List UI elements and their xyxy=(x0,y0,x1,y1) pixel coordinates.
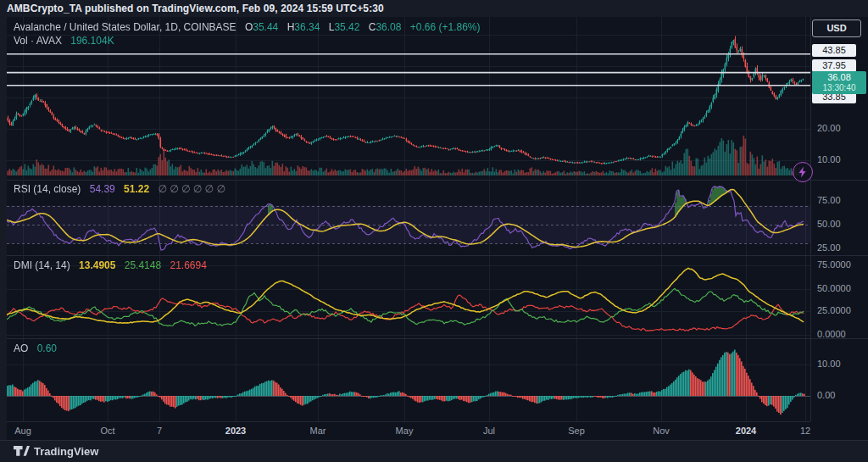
time-tick-label: Aug xyxy=(14,426,31,436)
time-tick-label: 7 xyxy=(157,426,162,436)
ao-value: 0.60 xyxy=(37,342,57,354)
high-label: H xyxy=(287,21,295,33)
currency-usd-button[interactable]: USD xyxy=(812,19,861,37)
volume-label: Vol · AVAX xyxy=(14,35,62,47)
rsi-title: RSI (14, close) xyxy=(14,183,81,195)
dmi-minus-di-value: 21.6694 xyxy=(170,259,207,271)
footer-bar: TradingView xyxy=(0,440,868,462)
dmi-title: DMI (14, 14) xyxy=(14,259,70,271)
time-tick-label: May xyxy=(396,426,414,436)
pane-separator[interactable] xyxy=(7,180,868,181)
rsi-legend: RSI (14, close) 54.39 51.22 ∅ ∅ ∅ ∅ ∅ ∅ xyxy=(14,183,231,195)
price-line-label-37-95: 37.95 xyxy=(812,59,856,72)
low-value: 35.42 xyxy=(334,21,359,33)
time-tick-label: Oct xyxy=(100,426,114,436)
tradingview-logo-icon xyxy=(14,446,30,459)
volume-value: 196.104K xyxy=(70,35,114,47)
dmi-adx-value: 13.4905 xyxy=(79,259,115,271)
time-tick-label: Mar xyxy=(310,426,326,436)
time-tick-label: Jul xyxy=(483,426,495,436)
dmi-legend: DMI (14, 14) 13.4905 25.4148 21.6694 xyxy=(14,259,213,271)
price-tick-label: 10.00 xyxy=(817,359,841,369)
change-value: +0.66 (+1.86%) xyxy=(410,21,481,33)
symbol-legend: Avalanche / United States Dollar, 1D, CO… xyxy=(14,21,487,33)
candle-countdown: 13:30:40 xyxy=(812,83,866,93)
time-tick-label: Nov xyxy=(653,426,670,436)
time-tick-label: 12 xyxy=(800,426,810,436)
time-tick-label: 2024 xyxy=(736,426,756,436)
attribution-text: AMBCrypto_TA published on TradingView.co… xyxy=(7,3,384,14)
lightning-icon xyxy=(798,166,808,178)
price-tick-label: 50.00 xyxy=(817,219,841,229)
rsi-value: 54.39 xyxy=(90,183,115,195)
price-tick-label: 0.0000 xyxy=(817,329,846,339)
time-tick-label: 2023 xyxy=(225,426,246,436)
close-value: 36.08 xyxy=(376,21,401,33)
boost-button[interactable] xyxy=(793,162,813,182)
rsi-empty-values: ∅ ∅ ∅ ∅ ∅ ∅ xyxy=(158,183,225,195)
ao-pane-chart[interactable] xyxy=(7,339,810,421)
main-price-chart[interactable] xyxy=(7,17,810,179)
price-line-label-43-85: 43.85 xyxy=(812,44,856,57)
price-tick-label: 50.0000 xyxy=(817,283,851,293)
price-tick-label: 10.00 xyxy=(817,154,841,164)
attribution-bar: AMBCrypto_TA published on TradingView.co… xyxy=(0,0,868,17)
tradingview-snapshot: AMBCrypto_TA published on TradingView.co… xyxy=(0,0,868,462)
dmi-plus-di-value: 25.4148 xyxy=(125,259,161,271)
price-tick-label: 25.00 xyxy=(817,242,841,253)
last-price-value: 36.08 xyxy=(812,71,866,83)
ao-legend: AO 0.60 xyxy=(14,342,63,354)
pane-separator[interactable] xyxy=(7,255,868,256)
open-value: 35.44 xyxy=(253,21,278,33)
pane-separator[interactable] xyxy=(7,338,868,339)
open-label: O xyxy=(245,21,253,33)
ao-title: AO xyxy=(14,342,28,354)
price-tick-label: 75.0000 xyxy=(817,259,851,270)
volume-legend: Vol · AVAX 196.104K xyxy=(14,35,120,47)
time-tick-label: Sep xyxy=(568,426,585,436)
tradingview-brand-link[interactable]: TradingView xyxy=(34,445,98,458)
rsi-ma-value: 51.22 xyxy=(124,183,149,195)
last-price-label: 36.08 13:30:40 xyxy=(812,71,866,94)
price-tick-label: 0.00 xyxy=(817,390,835,400)
symbol-title: Avalanche / United States Dollar, 1D, CO… xyxy=(14,21,236,33)
price-tick-label: 20.00 xyxy=(817,123,841,133)
price-tick-label: 75.00 xyxy=(817,195,841,205)
price-tick-label: 25.0000 xyxy=(817,305,851,315)
high-value: 36.34 xyxy=(294,21,320,33)
